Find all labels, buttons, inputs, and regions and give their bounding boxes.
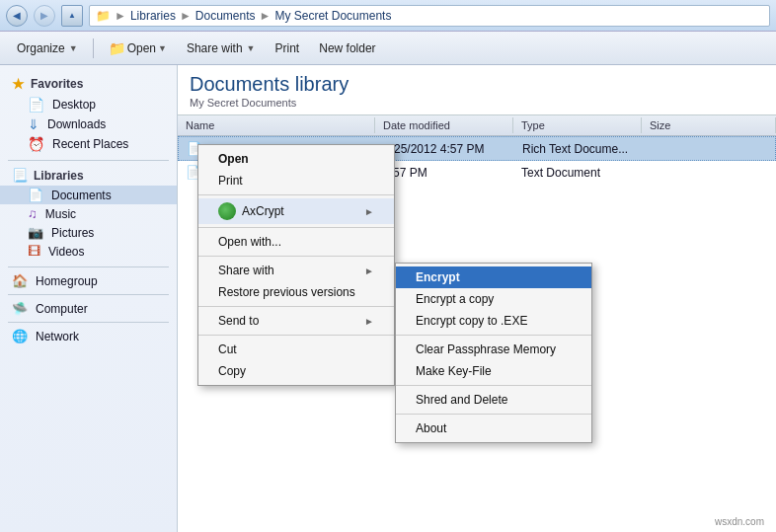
sidebar-div-3: [8, 294, 169, 295]
recent-label: Recent Places: [52, 137, 128, 151]
sub-div-1: [396, 335, 591, 336]
address-part-documents: Documents: [195, 9, 256, 23]
address-bar[interactable]: 📁 ► Libraries ► Documents ► My Secret Do…: [89, 5, 770, 27]
computer-label: Computer: [36, 302, 88, 316]
ctx-open[interactable]: Open: [198, 148, 394, 170]
sidebar: ★ Favorites 📄 Desktop ⇓ Downloads ⏰ Rece…: [0, 65, 178, 532]
ctx-open-label: Open: [218, 152, 249, 166]
sub-about[interactable]: About: [396, 418, 591, 439]
share-button[interactable]: Share with ▼: [178, 38, 265, 59]
sub-clear-passphrase[interactable]: Clear Passphrase Memory: [396, 339, 591, 360]
sub-encrypt-copy-label: Encrypt a copy: [416, 292, 494, 306]
homegroup-label: Homegroup: [36, 274, 98, 288]
forward-button[interactable]: ▶: [34, 5, 55, 27]
documents-icon: 📄: [28, 188, 43, 202]
sidebar-item-pictures[interactable]: 📷 Pictures: [0, 223, 177, 242]
folder-icon-sm: 📁: [96, 9, 111, 23]
sub-shred[interactable]: Shred and Delete: [396, 389, 591, 411]
ctx-div-3: [198, 256, 394, 257]
star-icon: ★: [12, 76, 25, 92]
ctx-axcrypt-label: AxCrypt: [242, 204, 284, 218]
sidebar-item-desktop[interactable]: 📄 Desktop: [0, 95, 177, 114]
col-type[interactable]: Type: [513, 117, 642, 133]
library-folder-icon: 📃: [12, 168, 28, 183]
sub-encrypt-exe[interactable]: Encrypt copy to .EXE: [396, 310, 591, 332]
ctx-axcrypt[interactable]: AxCrypt ►: [198, 198, 394, 224]
sub-make-key[interactable]: Make Key-File: [396, 360, 591, 382]
file-size-1: [642, 171, 776, 175]
sub-about-label: About: [416, 421, 446, 435]
music-label: Music: [45, 207, 76, 221]
ctx-restore-label: Restore previous versions: [218, 285, 355, 299]
sub-encrypt[interactable]: Encrypt: [396, 266, 591, 288]
sidebar-item-music[interactable]: ♫ Music: [0, 204, 177, 223]
ctx-sharewith-label: Share with: [218, 264, 274, 277]
print-label: Print: [275, 41, 300, 55]
sidebar-item-homegroup[interactable]: 🏠 Homegroup: [0, 271, 177, 290]
library-title: Documents library: [190, 73, 764, 96]
ctx-copy[interactable]: Copy: [198, 360, 394, 382]
libraries-header[interactable]: 📃 Libraries: [0, 165, 177, 186]
address-part-libraries: Libraries: [130, 9, 176, 23]
sub-shred-label: Shred and Delete: [416, 393, 507, 407]
print-button[interactable]: Print: [267, 38, 309, 59]
computer-icon: 🛸: [12, 301, 28, 316]
sidebar-item-videos[interactable]: 🎞 Videos: [0, 242, 177, 261]
ctx-div-2: [198, 227, 394, 228]
downloads-label: Downloads: [47, 117, 106, 131]
col-size[interactable]: Size: [642, 117, 776, 133]
recent-places-icon: ⏰: [28, 136, 44, 152]
homegroup-icon: 🏠: [12, 273, 28, 288]
col-date[interactable]: Date modified: [375, 117, 513, 133]
share-arrow: ▼: [247, 43, 256, 53]
file-date-1: 4:57 PM: [375, 164, 513, 182]
sub-div-2: [396, 385, 591, 386]
sidebar-item-computer[interactable]: 🛸 Computer: [0, 299, 177, 318]
up-button[interactable]: ▲: [61, 5, 83, 27]
libraries-label: Libraries: [34, 169, 84, 183]
context-menu: Open Print AxCrypt ►: [197, 144, 395, 386]
toolbar-sep-1: [93, 38, 94, 58]
favorites-header[interactable]: ★ Favorites: [0, 73, 177, 95]
ctx-print-label: Print: [218, 174, 243, 188]
ctx-div-4: [198, 306, 394, 307]
sub-encrypt-copy[interactable]: Encrypt a copy: [396, 288, 591, 310]
ctx-restore[interactable]: Restore previous versions: [198, 281, 394, 303]
sharewith-arrow: ►: [364, 266, 374, 276]
axcrypt-icon: [218, 202, 236, 220]
sub-encrypt-label: Encrypt: [416, 270, 460, 284]
sidebar-div-4: [8, 322, 169, 323]
ctx-div-1: [198, 194, 394, 195]
videos-icon: 🎞: [28, 244, 40, 259]
new-folder-button[interactable]: New folder: [310, 38, 384, 59]
address-part-secret: My Secret Documents: [274, 9, 391, 23]
ctx-sendto[interactable]: Send to ►: [198, 310, 394, 332]
organize-button[interactable]: Organize ▼: [8, 38, 87, 59]
sendto-arrow: ►: [364, 316, 374, 327]
ctx-cut[interactable]: Cut: [198, 339, 394, 360]
ctx-div-5: [198, 335, 394, 336]
downloads-icon: ⇓: [28, 116, 39, 132]
ctx-print[interactable]: Print: [198, 170, 394, 191]
ctx-openwith[interactable]: Open with...: [198, 231, 394, 253]
file-date-0: 7/25/2012 4:57 PM: [376, 140, 514, 158]
sidebar-item-network[interactable]: 🌐 Network: [0, 327, 177, 345]
share-label: Share with: [187, 41, 243, 55]
open-button[interactable]: 📁 Open ▼: [100, 37, 176, 60]
col-name[interactable]: Name: [178, 117, 375, 133]
sidebar-div-2: [8, 266, 169, 267]
sidebar-item-recent[interactable]: ⏰ Recent Places: [0, 134, 177, 154]
main-area: ★ Favorites 📄 Desktop ⇓ Downloads ⏰ Rece…: [0, 65, 776, 532]
sidebar-item-downloads[interactable]: ⇓ Downloads: [0, 114, 177, 134]
sub-make-key-label: Make Key-File: [416, 364, 492, 378]
ctx-sharewith[interactable]: Share with ►: [198, 260, 394, 281]
context-menu-container: Open Print AxCrypt ►: [197, 144, 395, 386]
file-list-header: Name Date modified Type Size: [178, 115, 776, 136]
open-label: Open: [127, 41, 156, 55]
videos-label: Videos: [48, 245, 84, 259]
back-button[interactable]: ◀: [6, 5, 28, 27]
axcrypt-submenu: Encrypt Encrypt a copy Encrypt copy to .…: [395, 263, 592, 443]
documents-label: Documents: [51, 189, 112, 202]
sidebar-item-documents[interactable]: 📄 Documents: [0, 186, 177, 204]
organize-label: Organize: [17, 41, 65, 55]
